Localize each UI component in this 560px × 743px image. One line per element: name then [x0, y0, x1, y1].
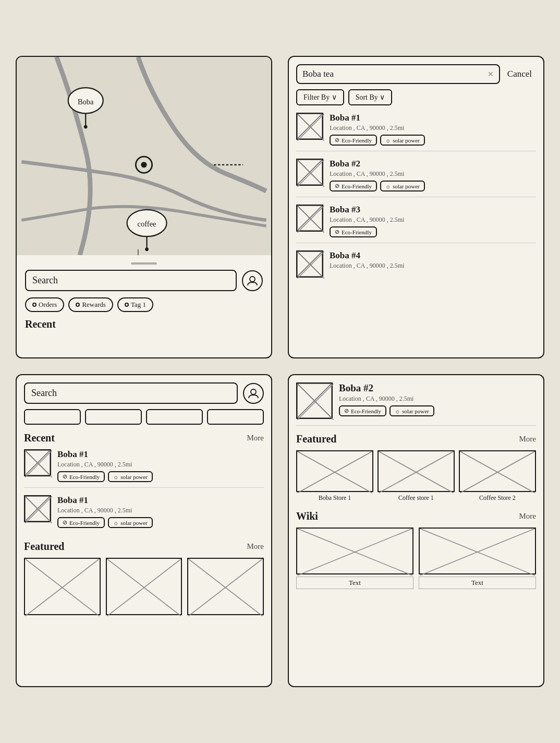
rewards-tag[interactable]: Rewards — [68, 297, 113, 312]
tag1-tag[interactable]: Tag 1 — [117, 297, 153, 312]
search-bar-expanded: Search — [24, 382, 264, 404]
recent-thumb-1 — [24, 449, 51, 476]
search-screen: Search Recent More — [16, 374, 272, 687]
arrow-down: ↓ — [141, 353, 148, 358]
featured-label-1: Boba Store 1 — [319, 494, 351, 502]
result-name-1: Boba #1 — [330, 113, 425, 123]
featured-title-right: Featured — [296, 433, 336, 445]
cancel-button[interactable]: Cancel — [503, 66, 536, 82]
result-name-2: Boba #2 — [330, 159, 425, 169]
badge-solar-2: ☼ solar power — [380, 181, 425, 191]
result-item-1[interactable]: Boba #1 Location , CA , 90000 , 2.5mi ⊘ … — [296, 113, 536, 151]
result-item-4[interactable]: Boba #4 Location , CA , 90000 , 2.5mi — [296, 250, 536, 283]
sort-button[interactable]: Sort By ∨ — [348, 89, 393, 105]
search-placeholder-text: Search — [32, 275, 58, 285]
user-avatar-button[interactable] — [242, 270, 263, 291]
store-thumb — [296, 382, 333, 419]
store-badge-eco: ⊘ Eco-Friendly — [339, 405, 386, 416]
recent-location-1: Location , CA , 90000 , 2.5mi — [57, 461, 153, 469]
featured-more-right[interactable]: More — [519, 435, 537, 444]
wiki-title: Wiki — [296, 510, 318, 522]
recent-info-2: Boba #1 Location , CA , 90000 , 2.5mi ⊘ … — [57, 495, 153, 528]
featured-grid-left — [24, 558, 264, 615]
map-bottom-section: Search Orders Rewards — [17, 255, 271, 339]
featured-left-3[interactable] — [187, 558, 264, 615]
store-badge-row: ⊘ Eco-Friendly ☼ solar power — [339, 405, 434, 416]
wiki-more[interactable]: More — [519, 512, 537, 521]
results-list: Boba #1 Location , CA , 90000 , 2.5mi ⊘ … — [296, 113, 536, 283]
rewards-label: Rewards — [82, 301, 106, 309]
svg-line-20 — [297, 251, 324, 279]
result-location-4: Location , CA , 90000 , 2.5mi — [330, 262, 404, 270]
cat-box-1[interactable] — [24, 409, 81, 425]
result-info-4: Boba #4 Location , CA , 90000 , 2.5mi — [330, 250, 404, 272]
wiki-item-1[interactable]: Text — [296, 528, 413, 589]
svg-line-18 — [297, 206, 324, 233]
store-featured-1[interactable]: Boba Store 1 — [296, 450, 373, 502]
featured-label-2: Coffee store 1 — [398, 494, 434, 502]
drag-handle — [131, 262, 157, 265]
store-featured-3[interactable]: Coffee Store 2 — [459, 450, 536, 502]
cat-box-4[interactable] — [207, 409, 264, 425]
recent-name-2: Boba #1 — [57, 495, 153, 506]
svg-point-21 — [251, 389, 256, 394]
search-bar-row: Search — [25, 270, 263, 291]
svg-line-23 — [25, 450, 52, 477]
svg-point-3 — [84, 125, 88, 129]
featured-section-header-left: Featured More — [24, 541, 264, 553]
recent-badge-eco-2: ⊘ Eco-Friendly — [57, 517, 105, 528]
orders-tag[interactable]: Orders — [25, 297, 64, 312]
badge-row-3: ⊘ Eco-Friendly — [330, 226, 404, 237]
badge-eco-1: ⊘ Eco-Friendly — [330, 135, 377, 146]
recent-location-2: Location , CA , 90000 , 2.5mi — [57, 507, 153, 514]
featured-section-header-right: Featured More — [296, 433, 536, 445]
svg-text:Boba: Boba — [78, 98, 94, 106]
clear-icon[interactable]: ✕ — [488, 70, 494, 79]
store-name: Boba #2 — [339, 382, 434, 394]
tag-dot-rewards — [76, 303, 80, 307]
cat-box-3[interactable] — [146, 409, 203, 425]
svg-text:coffee: coffee — [138, 220, 156, 228]
recent-badge-solar-1: ☼ solar power — [108, 471, 153, 482]
user-avatar-expanded[interactable] — [243, 383, 264, 404]
tag-dot-1 — [125, 303, 129, 307]
recent-item-2[interactable]: Boba #1 Location , CA , 90000 , 2.5mi ⊘ … — [24, 495, 264, 533]
svg-line-13 — [297, 114, 324, 141]
result-thumb-1 — [296, 113, 323, 140]
svg-line-32 — [297, 384, 334, 420]
wiki-section-header: Wiki More — [296, 510, 536, 522]
featured-img-3 — [459, 450, 536, 492]
wiki-grid: Text Text — [296, 528, 536, 589]
featured-left-2[interactable] — [106, 558, 182, 615]
svg-line-22 — [25, 450, 52, 477]
search-input-results[interactable]: Boba tea ✕ — [296, 64, 500, 84]
tag-row: Orders Rewards Tag 1 — [25, 297, 263, 312]
badge-row-1: ⊘ Eco-Friendly ☼ solar power — [330, 135, 425, 146]
recent-section-title: Recent — [24, 432, 55, 444]
result-name-4: Boba #4 — [330, 250, 404, 261]
recent-item-1[interactable]: Boba #1 Location , CA , 90000 , 2.5mi ⊘ … — [24, 449, 264, 488]
result-info-3: Boba #3 Location , CA , 90000 , 2.5mi ⊘ … — [330, 205, 404, 237]
result-item-2[interactable]: Boba #2 Location , CA , 90000 , 2.5mi ⊘ … — [296, 159, 536, 197]
recent-list: Boba #1 Location , CA , 90000 , 2.5mi ⊘ … — [24, 449, 264, 533]
svg-line-25 — [25, 496, 52, 523]
recent-badge-eco-1: ⊘ Eco-Friendly — [57, 471, 105, 482]
featured-more-left[interactable]: More — [247, 542, 264, 551]
cat-box-2[interactable] — [85, 409, 142, 425]
featured-left-1[interactable] — [24, 558, 101, 615]
page-container: Boba coffee — [16, 56, 544, 687]
store-featured-2[interactable]: Coffee store 1 — [378, 450, 455, 502]
search-input-expanded[interactable]: Search — [24, 382, 238, 404]
badge-solar-1: ☼ solar power — [380, 135, 425, 146]
result-item-3[interactable]: Boba #3 Location , CA , 90000 , 2.5mi ⊘ … — [296, 205, 536, 243]
featured-img-1 — [296, 450, 373, 492]
recent-thumb-2 — [24, 495, 51, 522]
filter-button[interactable]: Filter By ∨ — [296, 89, 344, 105]
recent-more-link[interactable]: More — [247, 434, 264, 442]
search-input-map[interactable]: Search — [25, 270, 237, 291]
wiki-item-2[interactable]: Text — [419, 528, 536, 589]
store-badge-solar: ☼ solar power — [389, 405, 434, 416]
result-location-2: Location , CA , 90000 , 2.5mi — [330, 170, 425, 178]
recent-name-1: Boba #1 — [57, 449, 153, 460]
svg-line-17 — [297, 206, 324, 233]
